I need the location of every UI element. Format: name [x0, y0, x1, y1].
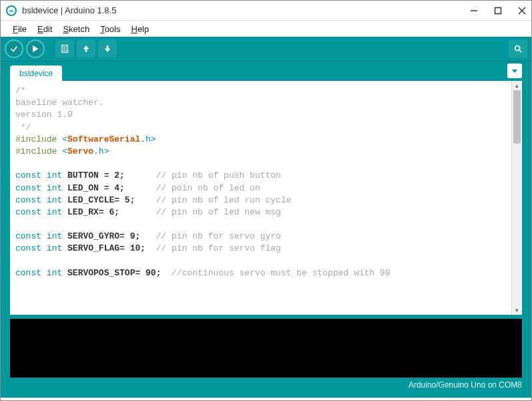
- code-include: #include: [15, 146, 57, 156]
- code-kw: int: [47, 231, 62, 241]
- code-comment: // pin nb of led new msg: [119, 207, 281, 217]
- code-lib: Servo: [67, 146, 93, 156]
- toolbar: [1, 37, 531, 61]
- code-kw: const: [15, 207, 41, 217]
- titlebar: ∞ bsldevice | Arduino 1.8.5: [1, 1, 531, 21]
- code-include-bracket: .h>: [140, 134, 156, 144]
- code-kw: const: [15, 243, 41, 253]
- code-comment: // poin nb of led on: [125, 183, 260, 193]
- code-kw: int: [47, 207, 62, 217]
- minimize-button[interactable]: [470, 7, 478, 15]
- code-comment: // pin nb for servo flag: [146, 243, 281, 253]
- code-include-bracket: <: [57, 146, 67, 156]
- code-ident: BUTTON = 2;: [62, 170, 125, 180]
- toolbar-gap: [47, 39, 53, 58]
- menu-edit[interactable]: Edit: [33, 23, 56, 35]
- code-comment: /*: [15, 86, 26, 96]
- editor-scrollbar[interactable]: ▴ ▾: [511, 81, 522, 315]
- footer-bar: Arduino/Genuino Uno on COM8: [1, 378, 531, 392]
- svg-point-11: [515, 46, 520, 51]
- svg-marker-13: [512, 70, 517, 73]
- code-include-bracket: .h>: [93, 146, 109, 156]
- code-lib: SoftwareSerial: [67, 134, 140, 144]
- scroll-up-arrow[interactable]: ▴: [512, 81, 522, 90]
- menu-help[interactable]: Help: [127, 23, 153, 35]
- serial-monitor-button[interactable]: [509, 39, 527, 58]
- code-comment: // pin nb of led run cycle: [135, 195, 291, 205]
- tab-menu-button[interactable]: [507, 63, 522, 78]
- menu-sketch[interactable]: Sketch: [59, 23, 93, 35]
- bottom-edge: [1, 392, 531, 398]
- menubar: File Edit Sketch Tools Help: [1, 21, 531, 37]
- maximize-button[interactable]: [494, 7, 502, 15]
- code-ident: SERVO_GYRO= 9;: [62, 231, 140, 241]
- toolbar-left-group: [5, 39, 117, 58]
- close-button[interactable]: [518, 7, 526, 15]
- code-kw: int: [47, 243, 62, 253]
- code-comment: // pin nb for servo gyro: [140, 231, 281, 241]
- editor-wrap: /* baseline watcher. version 1.0 */ #inc…: [1, 81, 531, 315]
- code-kw: int: [47, 170, 62, 180]
- svg-rect-1: [495, 7, 501, 13]
- upload-button[interactable]: [26, 39, 45, 58]
- code-comment: //continuous servo must be stopped with …: [161, 268, 390, 278]
- code-kw: const: [15, 268, 41, 278]
- arduino-app-icon-inner: ∞: [9, 7, 13, 14]
- code-ident: LED_CYCLE= 5;: [62, 195, 135, 205]
- window-title: bsldevice | Arduino 1.8.5: [22, 5, 470, 15]
- svg-line-12: [519, 50, 522, 53]
- window-controls: [470, 7, 526, 15]
- code-kw: const: [15, 195, 41, 205]
- code-kw: int: [47, 183, 62, 193]
- svg-marker-9: [84, 46, 89, 52]
- code-kw: const: [15, 183, 41, 193]
- arduino-app-icon: ∞: [6, 5, 17, 16]
- svg-marker-10: [105, 46, 110, 52]
- console-output[interactable]: [1, 319, 531, 378]
- scroll-thumb[interactable]: [513, 90, 521, 144]
- scroll-down-arrow[interactable]: ▾: [512, 305, 522, 315]
- code-include-bracket: <: [57, 134, 67, 144]
- code-ident: SERVO_FLAG= 10;: [62, 243, 146, 253]
- open-sketch-button[interactable]: [77, 39, 95, 58]
- code-kw: int: [47, 195, 62, 205]
- code-comment: // pin nb of push button: [125, 170, 281, 180]
- code-kw: const: [15, 231, 41, 241]
- tabbar: bsldevice: [1, 61, 531, 81]
- menu-tools[interactable]: Tools: [96, 23, 124, 35]
- code-ident: LED_ON = 4;: [62, 183, 125, 193]
- board-port-status: Arduino/Genuino Uno on COM8: [409, 380, 522, 390]
- code-comment: baseline watcher.: [15, 98, 104, 108]
- new-sketch-button[interactable]: [55, 39, 74, 58]
- code-editor[interactable]: /* baseline watcher. version 1.0 */ #inc…: [10, 81, 511, 315]
- code-kw: int: [47, 268, 62, 278]
- code-comment: version 1.0: [15, 110, 73, 120]
- chevron-down-icon: [511, 68, 518, 74]
- save-sketch-button[interactable]: [98, 39, 117, 58]
- code-ident: LED_RX= 6;: [62, 207, 119, 217]
- svg-marker-4: [33, 46, 38, 52]
- tab-bsldevice[interactable]: bsldevice: [10, 65, 62, 81]
- menu-file[interactable]: File: [9, 23, 31, 35]
- code-comment: */: [15, 122, 31, 132]
- verify-button[interactable]: [5, 39, 23, 58]
- code-ident: SERVOPOS_STOP= 90;: [62, 268, 161, 278]
- code-include: #include: [15, 134, 57, 144]
- code-kw: const: [15, 170, 41, 180]
